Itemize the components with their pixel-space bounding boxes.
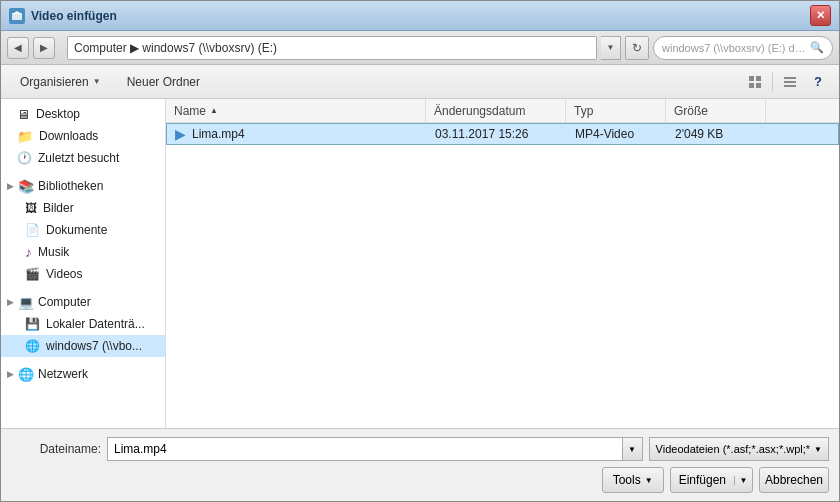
column-size[interactable]: Größe bbox=[666, 99, 766, 122]
svg-rect-8 bbox=[784, 85, 796, 87]
title-bar: Video einfügen ✕ bbox=[1, 1, 839, 31]
sidebar-item-network-drive[interactable]: 🌐 windows7 (\\vbo... bbox=[1, 335, 165, 357]
buttons-row: Tools ▼ Einfügen ▼ Abbrechen bbox=[11, 467, 829, 493]
view-details-button[interactable] bbox=[742, 69, 768, 95]
insert-dropdown-icon[interactable]: ▼ bbox=[734, 476, 752, 485]
bottom-bar: Dateiname: ▼ Videodateien (*.asf;*.asx;*… bbox=[1, 428, 839, 501]
sidebar-item-desktop[interactable]: 🖥 Desktop bbox=[1, 103, 165, 125]
window-title: Video einfügen bbox=[31, 9, 117, 23]
close-button[interactable]: ✕ bbox=[810, 5, 831, 26]
filename-input[interactable] bbox=[107, 437, 623, 461]
svg-rect-7 bbox=[784, 81, 796, 83]
sidebar-item-downloads[interactable]: 📁 Downloads bbox=[1, 125, 165, 147]
main-content: 🖥 Desktop 📁 Downloads 🕐 Zuletzt besucht … bbox=[1, 99, 839, 428]
cancel-button[interactable]: Abbrechen bbox=[759, 467, 829, 493]
organize-button[interactable]: Organisieren ▼ bbox=[9, 69, 112, 95]
sidebar: 🖥 Desktop 📁 Downloads 🕐 Zuletzt besucht … bbox=[1, 99, 166, 428]
sidebar-item-music[interactable]: ♪ Musik bbox=[1, 241, 165, 263]
svg-rect-3 bbox=[756, 76, 761, 81]
svg-rect-2 bbox=[749, 76, 754, 81]
network-icon: 🌐 bbox=[18, 367, 34, 382]
computer-expand-icon: ▶ bbox=[7, 297, 14, 307]
network-expand-icon: ▶ bbox=[7, 369, 14, 379]
sort-arrow: ▲ bbox=[210, 106, 218, 115]
sidebar-item-local-drive[interactable]: 💾 Lokaler Datenträ... bbox=[1, 313, 165, 335]
music-icon: ♪ bbox=[25, 244, 32, 260]
file-list: ▶ Lima.mp4 03.11.2017 15:26 MP4-Video 2'… bbox=[166, 123, 839, 428]
insert-button[interactable]: Einfügen ▼ bbox=[670, 467, 753, 493]
sidebar-item-videos[interactable]: 🎬 Videos bbox=[1, 263, 165, 285]
expand-icon: ▶ bbox=[7, 181, 14, 191]
recent-icon: 🕐 bbox=[17, 151, 32, 165]
title-bar-left: Video einfügen bbox=[9, 8, 117, 24]
breadcrumb[interactable]: Computer ▶ windows7 (\\vboxsrv) (E:) bbox=[67, 36, 597, 60]
computer-icon: 💻 bbox=[18, 295, 34, 310]
file-header: Name ▲ Änderungsdatum Typ Größe bbox=[166, 99, 839, 123]
svg-rect-6 bbox=[784, 77, 796, 79]
libraries-icon: 📚 bbox=[18, 179, 34, 194]
column-type[interactable]: Typ bbox=[566, 99, 666, 122]
filename-label: Dateiname: bbox=[11, 442, 101, 456]
svg-rect-5 bbox=[756, 83, 761, 88]
sidebar-libraries-header[interactable]: ▶ 📚 Bibliotheken bbox=[1, 175, 165, 197]
view-list-button[interactable] bbox=[777, 69, 803, 95]
svg-rect-4 bbox=[749, 83, 754, 88]
documents-icon: 📄 bbox=[25, 223, 40, 237]
toolbar: Organisieren ▼ Neuer Ordner bbox=[1, 65, 839, 99]
search-placeholder: windows7 (\\vboxsrv) (E:) durc... bbox=[662, 42, 810, 54]
pictures-icon: 🖼 bbox=[25, 201, 37, 215]
tools-dropdown-icon: ▼ bbox=[645, 476, 653, 485]
network-drive-icon: 🌐 bbox=[25, 339, 40, 353]
back-button[interactable]: ◀ bbox=[7, 37, 29, 59]
tools-button[interactable]: Tools ▼ bbox=[602, 467, 664, 493]
view-divider bbox=[772, 72, 773, 92]
new-folder-button[interactable]: Neuer Ordner bbox=[116, 69, 211, 95]
filetype-select[interactable]: Videodateien (*.asf;*.asx;*.wpl;* ▼ bbox=[649, 437, 829, 461]
filetype-dropdown-icon: ▼ bbox=[814, 445, 822, 454]
breadcrumb-dropdown[interactable]: ▼ bbox=[601, 36, 621, 60]
search-bar: windows7 (\\vboxsrv) (E:) durc... 🔍 bbox=[653, 36, 833, 60]
column-name[interactable]: Name ▲ bbox=[166, 99, 426, 122]
videos-icon: 🎬 bbox=[25, 267, 40, 281]
file-icon: ▶ bbox=[175, 126, 186, 142]
column-date[interactable]: Änderungsdatum bbox=[426, 99, 566, 122]
refresh-button[interactable]: ↻ bbox=[625, 36, 649, 60]
local-drive-icon: 💾 bbox=[25, 317, 40, 331]
view-controls: ? bbox=[742, 69, 831, 95]
sidebar-computer-header[interactable]: ▶ 💻 Computer bbox=[1, 291, 165, 313]
table-row[interactable]: ▶ Lima.mp4 03.11.2017 15:26 MP4-Video 2'… bbox=[166, 123, 839, 145]
dialog-window: Video einfügen ✕ ◀ ▶ Computer ▶ windows7… bbox=[0, 0, 840, 502]
svg-marker-1 bbox=[12, 11, 22, 14]
desktop-icon: 🖥 bbox=[17, 107, 30, 122]
sidebar-item-pictures[interactable]: 🖼 Bilder bbox=[1, 197, 165, 219]
filename-row: Dateiname: ▼ Videodateien (*.asf;*.asx;*… bbox=[11, 437, 829, 461]
help-button[interactable]: ? bbox=[805, 69, 831, 95]
sidebar-item-recent[interactable]: 🕐 Zuletzt besucht bbox=[1, 147, 165, 169]
sidebar-network-header[interactable]: ▶ 🌐 Netzwerk bbox=[1, 363, 165, 385]
window-icon bbox=[9, 8, 25, 24]
address-bar: ◀ ▶ Computer ▶ windows7 (\\vboxsrv) (E:)… bbox=[1, 31, 839, 65]
filename-input-wrap: ▼ bbox=[107, 437, 643, 461]
svg-rect-0 bbox=[12, 13, 22, 20]
sidebar-item-documents[interactable]: 📄 Dokumente bbox=[1, 219, 165, 241]
forward-button[interactable]: ▶ bbox=[33, 37, 55, 59]
search-icon[interactable]: 🔍 bbox=[810, 41, 824, 54]
downloads-icon: 📁 bbox=[17, 129, 33, 144]
filename-dropdown-arrow[interactable]: ▼ bbox=[623, 437, 643, 461]
file-area: Name ▲ Änderungsdatum Typ Größe ▶ bbox=[166, 99, 839, 428]
organize-dropdown-icon: ▼ bbox=[93, 77, 101, 86]
